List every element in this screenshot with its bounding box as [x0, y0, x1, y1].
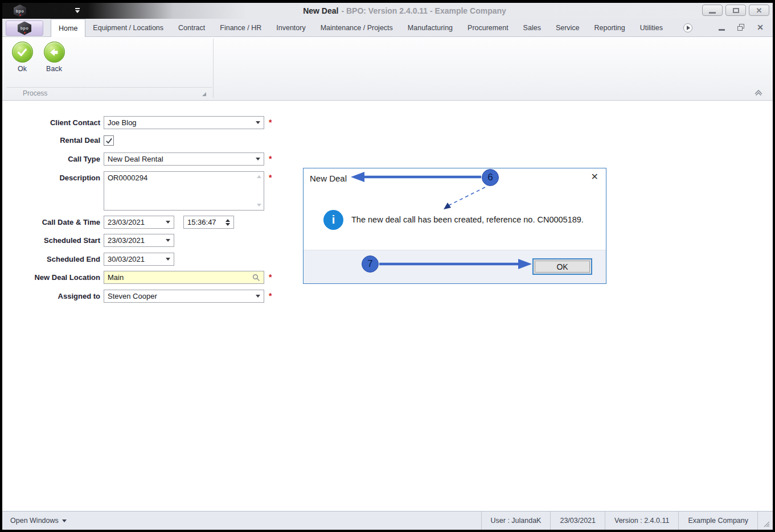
ok-ribbon-label: Ok: [18, 65, 27, 73]
statusbar-company: Example Company: [678, 512, 758, 530]
resize-grip-icon[interactable]: [758, 512, 773, 530]
app-logo-icon: bpo: [14, 5, 26, 17]
required-marker: *: [269, 291, 272, 300]
statusbar-user: User : JulandaK: [481, 512, 551, 530]
call-type-value: New Deal Rental: [108, 155, 253, 163]
chevron-down-icon: [166, 221, 170, 224]
scroll-down-icon[interactable]: [257, 204, 261, 207]
mdi-restore-button[interactable]: [736, 23, 745, 32]
required-marker: *: [269, 154, 272, 163]
scroll-up-icon[interactable]: [257, 175, 261, 178]
dialog-title: New Deal: [310, 174, 347, 183]
call-time-value: 15:36:47: [187, 218, 223, 226]
assigned-to-dropdown[interactable]: Steven Cooper: [104, 290, 264, 303]
tab-sales[interactable]: Sales: [516, 19, 548, 37]
tab-service[interactable]: Service: [548, 19, 587, 37]
tab-contract[interactable]: Contract: [171, 19, 212, 37]
ribbon-tabrow: bpo Home Equipment / Locations Contract …: [2, 19, 773, 37]
collapse-ribbon-button[interactable]: [753, 89, 764, 97]
call-date-time-label: Call Date & Time: [2, 216, 100, 229]
statusbar: Open Windows User : JulandaK 23/03/2021 …: [2, 511, 773, 530]
description-value: OR0000294: [108, 174, 147, 182]
dialog-footer: OK: [304, 250, 606, 283]
ribbon-group-process: Process: [7, 87, 212, 98]
time-spinner-arrows[interactable]: [225, 219, 230, 226]
titlebar: bpo New Deal - BPO: Version 2.4.0.11 - E…: [2, 3, 773, 19]
check-circle-icon: [12, 42, 33, 63]
annotation-step-7: 7: [362, 255, 379, 273]
tab-inventory[interactable]: Inventory: [269, 19, 313, 37]
close-icon: ✕: [757, 23, 764, 31]
ribbon-tabs: Home Equipment / Locations Contract Fina…: [51, 19, 684, 37]
window-title-main: New Deal: [303, 6, 338, 15]
ribbon-group-label: Process: [23, 89, 47, 97]
chevron-down-icon: [166, 258, 170, 261]
tab-equipment-locations[interactable]: Equipment / Locations: [85, 19, 171, 37]
new-deal-location-value: Main: [108, 273, 252, 282]
search-icon: [252, 274, 260, 282]
statusbar-date: 23/03/2021: [550, 512, 605, 530]
call-type-dropdown[interactable]: New Deal Rental: [104, 152, 264, 166]
app-window: bpo New Deal - BPO: Version 2.4.0.11 - E…: [2, 3, 773, 530]
tab-scroll-right-button[interactable]: [683, 23, 692, 32]
description-textarea[interactable]: OR0000294: [104, 171, 264, 211]
new-deal-location-label: New Deal Location: [2, 271, 100, 284]
window-title: New Deal - BPO: Version 2.4.0.11 - Examp…: [116, 3, 693, 19]
tab-reporting[interactable]: Reporting: [587, 19, 633, 37]
scheduled-end-label: Scheduled End: [2, 253, 100, 266]
play-arrow-icon: [687, 26, 690, 30]
tab-maintenance-projects[interactable]: Maintenance / Projects: [313, 19, 400, 37]
tab-utilities[interactable]: Utilities: [633, 19, 670, 37]
scheduled-start-label: Scheduled Start: [2, 234, 100, 247]
rental-deal-checkbox[interactable]: [104, 135, 114, 146]
client-contact-dropdown[interactable]: Joe Blog: [104, 116, 264, 129]
tab-manufacturing[interactable]: Manufacturing: [400, 19, 460, 37]
open-windows-label: Open Windows: [10, 517, 59, 525]
new-deal-message-dialog: New Deal ✕ i The new deal call has been …: [303, 168, 606, 284]
back-ribbon-label: Back: [46, 65, 62, 73]
required-marker: *: [269, 118, 272, 127]
tab-procurement[interactable]: Procurement: [460, 19, 516, 37]
dialog-ok-button[interactable]: OK: [532, 258, 592, 275]
info-icon: i: [323, 210, 343, 230]
minimize-button[interactable]: [702, 5, 723, 16]
quick-access-caret-icon[interactable]: [74, 8, 81, 14]
dialog-close-icon[interactable]: ✕: [591, 172, 598, 182]
ok-ribbon-button[interactable]: Ok: [7, 42, 38, 79]
ribbon: Ok Back Process: [2, 37, 773, 101]
back-ribbon-button[interactable]: Back: [39, 42, 69, 79]
scheduled-end-dropdown[interactable]: 30/03/2021: [104, 253, 174, 266]
maximize-button[interactable]: [725, 5, 746, 16]
ribbon-group-separator: [213, 39, 214, 98]
chevron-down-icon: [256, 295, 260, 298]
window-title-rest: - BPO: Version 2.4.0.11 - Example Compan…: [341, 6, 506, 15]
mdi-close-button[interactable]: ✕: [756, 23, 765, 32]
minimize-icon: [709, 12, 716, 14]
scheduled-start-dropdown[interactable]: 23/03/2021: [104, 234, 174, 247]
assigned-to-value: Steven Cooper: [108, 292, 253, 300]
call-time-spinner[interactable]: 15:36:47: [183, 216, 234, 229]
chevron-down-icon: [166, 239, 170, 242]
restore-icon: [737, 24, 744, 31]
scheduled-end-value: 30/03/2021: [108, 255, 163, 263]
maximize-icon: [733, 8, 739, 13]
statusbar-version: Version : 2.4.0.11: [605, 512, 678, 530]
assigned-to-label: Assigned to: [2, 290, 100, 303]
checkmark-icon: [105, 137, 113, 145]
chevron-down-icon: [62, 519, 67, 522]
close-button[interactable]: ✕: [749, 5, 769, 16]
chevron-down-icon: [256, 121, 260, 124]
call-date-dropdown[interactable]: 23/03/2021: [104, 216, 174, 229]
tab-finance-hr[interactable]: Finance / HR: [212, 19, 269, 37]
call-date-value: 23/03/2021: [108, 218, 163, 226]
description-label: Description: [2, 171, 100, 184]
group-dialog-launcher-icon[interactable]: [202, 92, 206, 96]
new-deal-location-lookup[interactable]: Main: [104, 271, 264, 284]
client-area: Client Contact Joe Blog * Rental Deal Ca…: [2, 101, 773, 511]
open-windows-dropdown[interactable]: Open Windows: [2, 517, 67, 525]
mdi-minimize-button[interactable]: [717, 23, 726, 32]
required-marker: *: [269, 173, 272, 182]
tab-home[interactable]: Home: [51, 19, 85, 37]
app-logo-icon-small: bpo: [18, 22, 31, 35]
application-menu-button[interactable]: bpo: [6, 20, 43, 36]
